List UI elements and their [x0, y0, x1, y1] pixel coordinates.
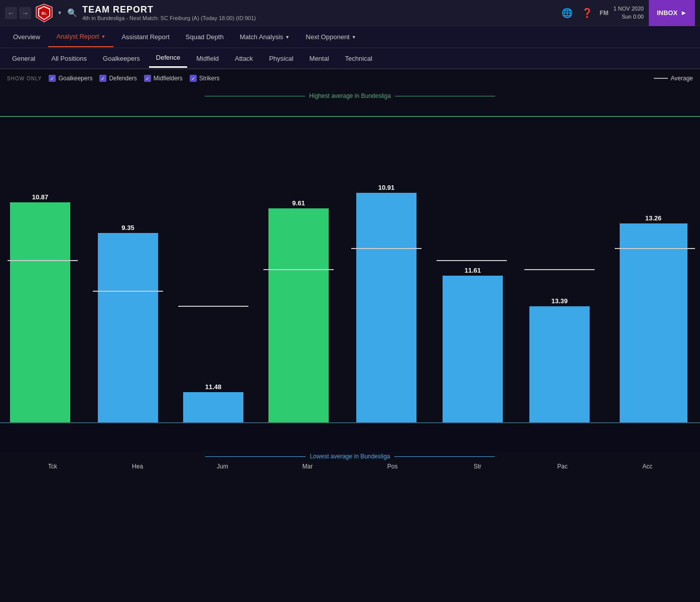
back-button[interactable]: ←	[5, 7, 17, 19]
x-label-pac: Pac	[520, 463, 605, 470]
chart-area: Highest average in Bundesliga 10.87 9.35…	[0, 87, 700, 602]
x-label-jum: Jum	[180, 463, 265, 470]
x-label-mar: Mar	[265, 463, 350, 470]
tab-assistant-report[interactable]: Assistant Report	[113, 27, 177, 47]
average-line-icon	[654, 78, 668, 79]
svg-text:BL: BL	[42, 11, 47, 16]
inbox-arrow-icon: ►	[680, 9, 687, 17]
team-title: TEAM REPORT	[82, 5, 559, 15]
bar-tck-green	[10, 202, 70, 423]
date: 1 NOV 2020	[613, 5, 644, 13]
bar-jum-blue	[183, 392, 243, 423]
filter-midfielders-label: Midfielders	[154, 75, 183, 82]
filter-strikers-label: Strikers	[199, 75, 220, 82]
dropdown-arrow-icon-2: ▼	[285, 35, 290, 40]
date-info: 1 NOV 2020 Sun 0:00	[613, 5, 644, 21]
average-text: Average	[671, 75, 693, 82]
bar-str-blue	[443, 276, 503, 423]
club-logo: BL	[35, 3, 55, 23]
bar-hea-blue	[98, 233, 158, 423]
svg-text:11.48: 11.48	[205, 383, 222, 391]
x-label-pos: Pos	[350, 463, 435, 470]
svg-text:9.35: 9.35	[121, 224, 134, 231]
x-label-tck: Tck	[10, 463, 95, 470]
x-label-acc: Acc	[605, 463, 690, 470]
checkbox-strikers-icon	[190, 75, 197, 82]
nav-arrows: ← →	[5, 7, 31, 19]
bar-acc-blue	[620, 223, 687, 423]
subtab-physical[interactable]: Physical	[262, 50, 300, 67]
help-icon[interactable]: ❓	[580, 6, 595, 21]
subtab-technical[interactable]: Technical	[338, 50, 379, 67]
team-subtitle: 4th in Bundesliga - Next Match: SC Freib…	[82, 15, 559, 21]
tab-squad-depth[interactable]: Squad Depth	[178, 27, 232, 47]
search-button[interactable]: 🔍	[67, 8, 77, 18]
bar-chart: 10.87 9.35 11.48 9.61 10.91 11.61	[0, 101, 700, 468]
filter-midfielders[interactable]: Midfielders	[144, 75, 183, 82]
show-only-label: SHOW ONLY	[7, 76, 42, 81]
top-right-controls: 🌐 ❓ FM 1 NOV 2020 Sun 0:00 INBOX ►	[559, 0, 695, 26]
inbox-label: INBOX	[657, 9, 677, 17]
filter-goalkeepers-label: Goalkeepers	[58, 75, 92, 82]
x-label-str: Str	[435, 463, 520, 470]
checkbox-midfielders-icon	[144, 75, 151, 82]
svg-text:13.26: 13.26	[645, 214, 662, 222]
time: Sun 0:00	[613, 13, 644, 21]
svg-text:13.39: 13.39	[551, 297, 568, 305]
dropdown-arrow-icon: ▼	[101, 34, 105, 39]
fm-badge: FM	[600, 10, 608, 17]
tab-analyst-report[interactable]: Analyst Report ▼	[48, 27, 113, 47]
highest-average-label: Highest average in Bundesliga	[0, 92, 700, 99]
svg-text:9.61: 9.61	[292, 199, 305, 207]
bar-pac-blue	[529, 306, 590, 423]
subtab-general[interactable]: General	[5, 50, 42, 67]
forward-button[interactable]: →	[19, 7, 31, 19]
svg-text:11.61: 11.61	[465, 267, 481, 274]
show-only-filters: SHOW ONLY Goalkeepers Defenders Midfield…	[7, 75, 220, 82]
filter-row: SHOW ONLY Goalkeepers Defenders Midfield…	[0, 69, 700, 87]
svg-text:10.91: 10.91	[378, 184, 395, 191]
tab-overview[interactable]: Overview	[5, 27, 48, 47]
filter-strikers[interactable]: Strikers	[190, 75, 220, 82]
filter-defenders[interactable]: Defenders	[99, 75, 136, 82]
sub-tabs: General All Positions Goalkeepers Defenc…	[0, 48, 700, 69]
bar-pos-blue	[356, 193, 416, 423]
tab-match-analysis[interactable]: Match Analysis ▼	[232, 27, 298, 47]
subtab-defence[interactable]: Defence	[149, 49, 187, 68]
filter-defenders-label: Defenders	[109, 75, 136, 82]
team-info: TEAM REPORT 4th in Bundesliga - Next Mat…	[82, 5, 559, 21]
checkbox-defenders-icon	[99, 75, 106, 82]
filter-goalkeepers[interactable]: Goalkeepers	[49, 75, 92, 82]
svg-text:10.87: 10.87	[32, 193, 49, 201]
inbox-button[interactable]: INBOX ►	[649, 0, 695, 26]
subtab-attack[interactable]: Attack	[228, 50, 260, 67]
subtab-goalkeepers[interactable]: Goalkeepers	[96, 50, 147, 67]
svg-rect-24	[0, 423, 700, 451]
subtab-midfield[interactable]: Midfield	[189, 50, 226, 67]
subtab-mental[interactable]: Mental	[303, 50, 336, 67]
dropdown-arrow-icon-3: ▼	[352, 35, 356, 40]
average-legend: Average	[654, 75, 693, 82]
checkbox-goalkeepers-icon	[49, 75, 56, 82]
tab-next-opponent[interactable]: Next Opponent ▼	[298, 27, 364, 47]
top-bar: ← → BL ▼ 🔍 TEAM REPORT 4th in Bundesliga…	[0, 0, 700, 26]
globe-icon[interactable]: 🌐	[559, 6, 575, 21]
expand-button[interactable]: ▼	[57, 10, 62, 16]
nav-tabs: Overview Analyst Report ▼ Assistant Repo…	[0, 26, 700, 48]
bar-mar-green	[268, 208, 329, 423]
x-label-hea: Hea	[95, 463, 180, 470]
subtab-all-positions[interactable]: All Positions	[44, 50, 94, 67]
